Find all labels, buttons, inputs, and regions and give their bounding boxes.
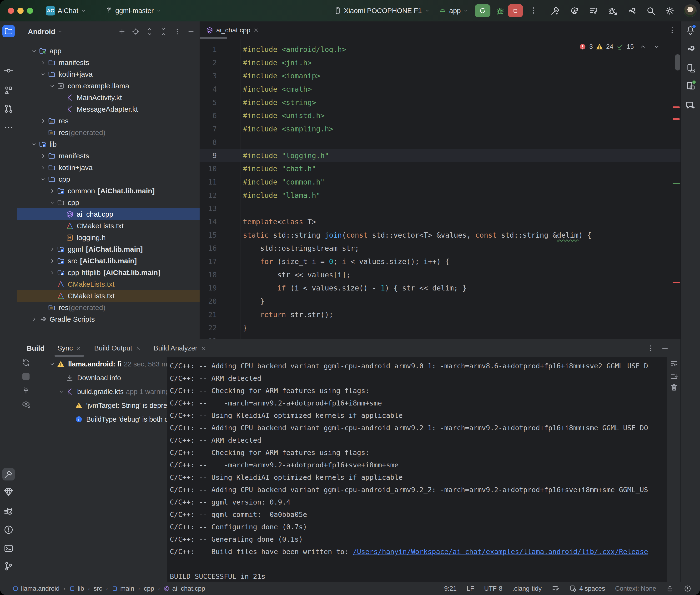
chevron-right-icon[interactable] xyxy=(39,152,47,159)
code-line-5[interactable]: 5#include <string> xyxy=(200,96,680,109)
tool-stripe-gradle-icon[interactable] xyxy=(685,44,696,54)
pin-icon[interactable] xyxy=(22,386,30,395)
chevron-down-icon[interactable] xyxy=(39,71,47,78)
breadcrumb-cpp[interactable]: cpp xyxy=(144,585,155,592)
tree-item-manifests[interactable]: manifests xyxy=(17,57,200,68)
chevron-right-icon[interactable] xyxy=(39,118,47,124)
problems-status-icon[interactable] xyxy=(684,585,692,592)
soft-wrap-icon[interactable] xyxy=(670,359,678,368)
close-tab-icon[interactable] xyxy=(253,27,259,33)
panel-options-icon[interactable] xyxy=(173,28,181,35)
breadcrumb-llama-android[interactable]: llama.android xyxy=(12,585,60,592)
build-tree-item[interactable]: 'jvmTarget: String' is deprec xyxy=(34,399,167,413)
code-line-20[interactable]: 20 } xyxy=(200,295,680,308)
code-line-10[interactable]: 10#include "chat.h" xyxy=(200,162,680,175)
collapse-all-icon[interactable] xyxy=(160,28,167,35)
tree-item-cmakelists-txt[interactable]: CMakeLists.txt xyxy=(17,290,200,302)
close-window-button[interactable] xyxy=(8,8,14,14)
chevron-right-icon[interactable] xyxy=(48,269,56,276)
code-line-16[interactable]: 16 std::ostringstream str; xyxy=(200,242,680,255)
encoding[interactable]: UTF-8 xyxy=(484,585,503,592)
chevron-right-icon[interactable] xyxy=(48,188,56,194)
build-tree-item[interactable]: llama.android: fi22 sec, 583 ms xyxy=(34,357,167,371)
project-view-selector[interactable]: Android xyxy=(28,28,63,36)
tree-item-app[interactable]: app xyxy=(17,45,200,57)
rerun-button[interactable] xyxy=(475,4,491,18)
context-status[interactable]: Context: None xyxy=(615,585,656,592)
code-line-15[interactable]: 15static std::string join(const std::vec… xyxy=(200,229,680,242)
code-line-8[interactable]: 8 xyxy=(200,136,680,149)
chevron-down-icon[interactable] xyxy=(57,389,66,395)
code-line-3[interactable]: 3#include <iomanip> xyxy=(200,69,680,83)
device-selector[interactable]: Xiaomi POCOPHONE F1 xyxy=(334,0,430,22)
chevron-down-icon[interactable] xyxy=(48,199,56,206)
code-line-9[interactable]: 9#include "logging.h" xyxy=(200,149,680,162)
add-icon[interactable] xyxy=(118,28,126,35)
tree-item-lib[interactable]: lib xyxy=(17,138,200,150)
tool-stripe-problems-icon[interactable] xyxy=(3,525,14,535)
hide-panel-icon[interactable] xyxy=(187,28,195,35)
tree-item-res[interactable]: res xyxy=(17,115,200,127)
code-line-12[interactable]: 12#include "llama.h" xyxy=(200,189,680,202)
chevron-right-icon[interactable] xyxy=(48,258,56,264)
breadcrumb-src[interactable]: src xyxy=(93,585,102,592)
chevron-down-icon[interactable] xyxy=(30,141,38,148)
chevron-down-icon[interactable] xyxy=(48,361,57,367)
tree-item-res[interactable]: res (generated) xyxy=(17,127,200,138)
build-tree-item[interactable]: build.gradle.ktsapp 1 warning xyxy=(34,385,167,399)
code-line-2[interactable]: 2#include <jni.h> xyxy=(200,56,680,69)
hide-build-panel-icon[interactable] xyxy=(661,344,669,352)
maximize-window-button[interactable] xyxy=(27,8,33,14)
tree-item-common[interactable]: common[AiChat.lib.main] xyxy=(17,185,200,197)
minimize-window-button[interactable] xyxy=(18,8,24,14)
build-tab-build-analyzer[interactable]: Build Analyzer xyxy=(153,339,206,357)
tree-item-res[interactable]: res (generated) xyxy=(17,302,200,313)
tool-stripe-more-tool-windows-icon[interactable] xyxy=(3,122,14,133)
tree-item-kotlin-java[interactable]: kotlin+java xyxy=(17,162,200,173)
breadcrumb-lib[interactable]: lib xyxy=(69,585,84,592)
clear-all-icon[interactable] xyxy=(670,383,678,392)
code-line-6[interactable]: 6#include <unistd.h> xyxy=(200,109,680,122)
run-configuration-selector[interactable]: app xyxy=(438,0,469,22)
chevron-down-icon[interactable] xyxy=(39,176,47,182)
user-avatar[interactable] xyxy=(684,4,697,17)
editor-options-icon[interactable] xyxy=(668,26,676,34)
tree-item-cpp[interactable]: cpp xyxy=(17,197,200,208)
build-button[interactable] xyxy=(551,6,560,16)
build-options-icon[interactable] xyxy=(647,344,655,352)
stop-button[interactable] xyxy=(508,4,523,18)
tool-stripe-running-devices-icon[interactable] xyxy=(685,81,696,91)
tool-stripe-notifications-icon[interactable] xyxy=(685,25,696,35)
tree-item-mainactivity-kt[interactable]: MainActivity.kt xyxy=(17,92,200,103)
editor-scrollbar[interactable] xyxy=(675,54,680,70)
build-tree-item[interactable]: BuildType 'debug' is both de xyxy=(34,413,167,426)
close-tab-icon[interactable] xyxy=(136,346,141,351)
code-line-23[interactable]: 23 xyxy=(200,335,680,339)
error-stripe-mark[interactable] xyxy=(673,282,680,283)
close-tab-icon[interactable] xyxy=(76,346,81,351)
code-line-21[interactable]: 21 return str.str(); xyxy=(200,308,680,321)
project-widget[interactable]: AC AiChat xyxy=(46,0,86,22)
build-console[interactable]: C/C++: -- Using KleidiAI optimized kerne… xyxy=(167,357,667,582)
tool-stripe-app-quality-insights-icon[interactable] xyxy=(3,487,14,497)
tool-stripe-terminal-icon[interactable] xyxy=(3,543,14,554)
code-line-18[interactable]: 18 str << values[i]; xyxy=(200,268,680,282)
tool-stripe-build-tool-icon[interactable] xyxy=(2,468,15,480)
build-tree-item[interactable]: Download info xyxy=(34,371,167,385)
tree-item-messageadapter-kt[interactable]: MessageAdapter.kt xyxy=(17,103,200,115)
code-line-17[interactable]: 17 for (size_t i = 0; i < values.size();… xyxy=(200,255,680,268)
code-line-22[interactable]: 22} xyxy=(200,321,680,335)
tool-stripe-pull-requests-icon[interactable] xyxy=(3,104,14,114)
ok-stripe-mark[interactable] xyxy=(673,182,680,184)
chevron-down-icon[interactable] xyxy=(48,83,56,89)
settings-button[interactable] xyxy=(665,6,675,16)
unlock-icon[interactable] xyxy=(666,585,674,592)
error-stripe-mark[interactable] xyxy=(673,107,680,108)
breadcrumb-main[interactable]: main xyxy=(112,585,134,592)
tree-item-cmakelists-txt[interactable]: CMakeLists.txt xyxy=(17,278,200,290)
build-tab-build-output[interactable]: Build Output xyxy=(94,339,141,357)
tab-ai-chat-cpp[interactable]: ai_chat.cpp xyxy=(200,22,265,39)
expand-all-icon[interactable] xyxy=(146,28,153,35)
chevron-right-icon[interactable] xyxy=(39,59,47,66)
linter-status[interactable]: .clang-tidy xyxy=(512,585,541,592)
